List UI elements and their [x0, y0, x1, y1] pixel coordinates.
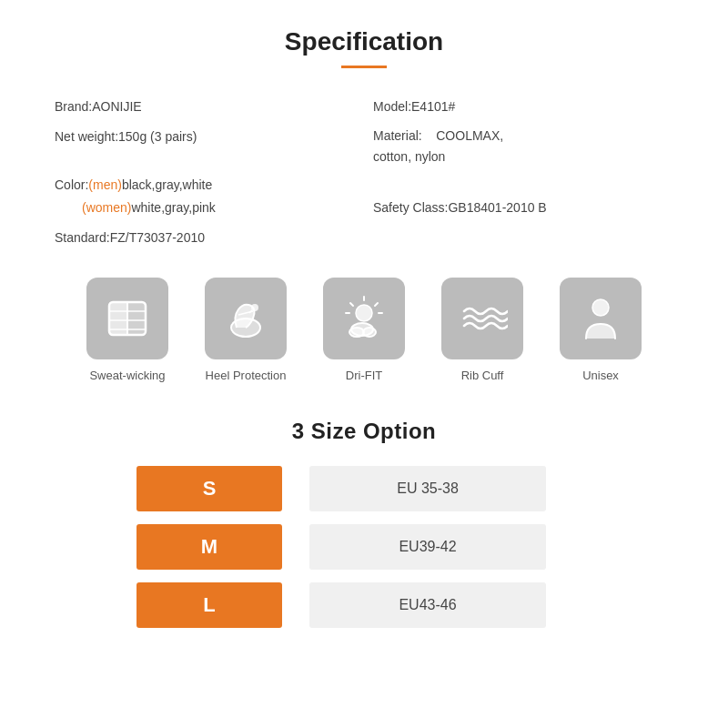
unisex-icon-box [560, 278, 642, 359]
brand-value: AONIJIE [92, 99, 141, 114]
color-label: Color: [55, 177, 88, 192]
material-value2: cotton, nylon [373, 149, 445, 164]
size-row-s: S EU 35-38 [136, 466, 592, 511]
size-rows: S EU 35-38 M EU39-42 L EU43-46 [55, 466, 673, 628]
brand-label: Brand: [55, 99, 92, 114]
page-title: Specification [55, 27, 673, 56]
svg-point-10 [356, 305, 372, 321]
spec-brand: Brand:AONIJIE [55, 96, 355, 118]
dri-fit-icon [339, 293, 389, 344]
rib-cuff-icon [457, 293, 508, 344]
sweat-wicking-icon-box [86, 278, 168, 359]
page-container: Specification Brand:AONIJIE Model:E4101#… [0, 0, 728, 655]
spec-standard: Standard:FZ/T73037-2010 [55, 227, 355, 249]
svg-line-14 [350, 303, 353, 306]
rib-cuff-icon-box [441, 278, 523, 359]
spec-color: Color:(men)black,gray,white (women)white… [55, 174, 355, 219]
heel-protection-label: Heel Protection [206, 369, 287, 382]
dri-fit-icon-box [323, 278, 405, 359]
svg-point-8 [251, 304, 258, 311]
sweat-wicking-icon [102, 293, 153, 344]
spec-weight: Net weight:150g (3 pairs) [55, 126, 355, 167]
size-section-title: 3 Size Option [55, 419, 673, 444]
size-eu-m: EU39-42 [309, 524, 546, 570]
color-men-value: black,gray,white [122, 177, 212, 192]
sweat-wicking-label: Sweat-wicking [89, 369, 165, 382]
svg-point-17 [349, 328, 364, 337]
size-eu-s: EU 35-38 [309, 466, 546, 511]
color-women-value: white,gray,pink [131, 200, 215, 215]
heel-protection-icon-box [205, 278, 287, 359]
color-women: (women) [82, 200, 131, 215]
weight-label: Net weight: [55, 129, 118, 144]
feature-sweat-wicking: Sweat-wicking [77, 278, 177, 382]
material-value: COOLMAX, [436, 128, 503, 143]
feature-heel-protection: Heel Protection [196, 278, 296, 382]
model-label: Model: [373, 99, 411, 114]
spec-material: Material: COOLMAX, cotton, nylon [373, 126, 673, 167]
size-row-m: M EU39-42 [136, 524, 592, 570]
size-badge-m: M [136, 524, 282, 570]
safety-value: GB18401-2010 B [448, 200, 546, 215]
standard-label: Standard: [55, 230, 110, 245]
svg-point-19 [592, 299, 609, 316]
spec-safety: Safety Class:GB18401-2010 B [373, 197, 673, 219]
heel-protection-icon [220, 293, 271, 344]
size-row-l: L EU43-46 [136, 582, 592, 628]
color-men: (men) [88, 177, 122, 192]
feature-rib-cuff: Rib Cuff [432, 278, 532, 382]
feature-unisex: Unisex [551, 278, 651, 382]
svg-line-12 [375, 303, 378, 306]
specs-grid: Brand:AONIJIE Model:E4101# Net weight:15… [55, 96, 673, 250]
spec-model: Model:E4101# [373, 96, 673, 118]
dri-fit-label: Dri-FIT [346, 369, 382, 382]
unisex-label: Unisex [582, 369, 619, 382]
size-eu-l: EU43-46 [309, 582, 546, 628]
features-row: Sweat-wicking Heel Protection [55, 278, 673, 382]
feature-dri-fit: Dri-FIT [314, 278, 414, 382]
weight-value: 150g (3 pairs) [118, 129, 197, 144]
material-label: Material: [373, 128, 422, 143]
title-underline [341, 66, 387, 68]
unisex-icon [575, 293, 626, 344]
safety-label: Safety Class: [373, 200, 448, 215]
standard-value: FZ/T73037-2010 [110, 230, 205, 245]
size-badge-l: L [136, 582, 282, 628]
rib-cuff-label: Rib Cuff [461, 369, 504, 382]
size-badge-s: S [136, 466, 282, 511]
model-value: E4101# [411, 99, 455, 114]
svg-point-18 [363, 328, 376, 337]
